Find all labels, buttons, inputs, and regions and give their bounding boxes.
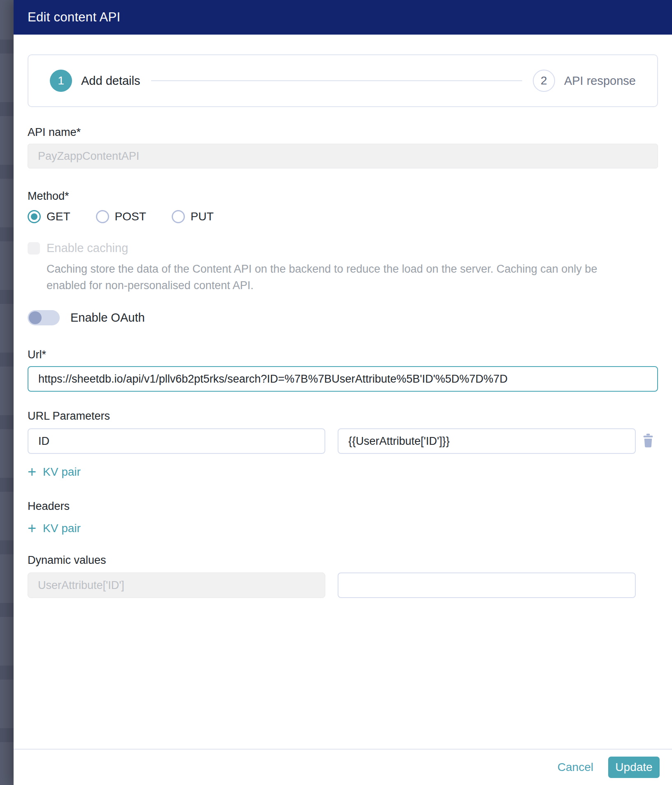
enable-caching-checkbox bbox=[28, 242, 40, 255]
url-parameter-value-input[interactable] bbox=[338, 428, 636, 454]
step-1-circle: 1 bbox=[50, 70, 72, 92]
oauth-toggle-knob[interactable] bbox=[29, 311, 42, 324]
enable-caching-label: Enable caching bbox=[47, 241, 128, 255]
cancel-button[interactable]: Cancel bbox=[558, 761, 593, 774]
step-api-response[interactable]: 2 API response bbox=[533, 70, 636, 92]
plus-icon: + bbox=[28, 522, 36, 535]
delete-parameter-button[interactable] bbox=[641, 433, 656, 449]
api-name-input bbox=[28, 144, 658, 168]
radio-selected-icon[interactable] bbox=[28, 210, 41, 223]
step-1-label: Add details bbox=[81, 74, 140, 88]
dynamic-value-value-input[interactable] bbox=[338, 572, 636, 598]
dynamic-value-row bbox=[28, 572, 658, 598]
oauth-toggle[interactable] bbox=[28, 310, 60, 325]
modal-header: Edit content API bbox=[14, 0, 672, 35]
step-2-circle: 2 bbox=[533, 70, 555, 92]
stepper-connector-line bbox=[151, 80, 522, 81]
modal-title: Edit content API bbox=[28, 10, 120, 25]
method-option-post-label: POST bbox=[115, 210, 146, 223]
api-name-label: API name* bbox=[28, 126, 658, 139]
method-option-put-label: PUT bbox=[191, 210, 214, 223]
modal-body: 1 Add details 2 API response API name* M… bbox=[14, 35, 672, 785]
method-label: Method* bbox=[28, 190, 658, 203]
url-parameter-row bbox=[28, 428, 658, 454]
method-option-post[interactable]: POST bbox=[96, 210, 146, 223]
stepper: 1 Add details 2 API response bbox=[28, 54, 658, 107]
enable-caching-row: Enable caching bbox=[28, 241, 658, 255]
url-parameter-key-input[interactable] bbox=[28, 428, 325, 454]
method-option-get[interactable]: GET bbox=[28, 210, 70, 223]
url-parameters-label: URL Parameters bbox=[28, 410, 658, 423]
add-kv-pair-label: KV pair bbox=[43, 465, 81, 479]
step-2-label: API response bbox=[564, 74, 636, 88]
headers-label: Headers bbox=[28, 500, 658, 513]
url-input[interactable] bbox=[28, 366, 658, 392]
radio-unselected-icon[interactable] bbox=[172, 210, 185, 223]
enable-oauth-row: Enable OAuth bbox=[28, 310, 658, 325]
enable-oauth-label: Enable OAuth bbox=[70, 311, 145, 325]
method-option-put[interactable]: PUT bbox=[172, 210, 214, 223]
dynamic-values-label: Dynamic values bbox=[28, 554, 658, 567]
caching-description: Caching store the data of the Content AP… bbox=[47, 261, 635, 294]
add-url-parameter-kv-pair[interactable]: + KV pair bbox=[28, 465, 81, 479]
edit-content-api-modal: Edit content API 1 Add details 2 API res… bbox=[14, 0, 672, 785]
step-add-details[interactable]: 1 Add details bbox=[50, 70, 140, 92]
radio-unselected-icon[interactable] bbox=[96, 210, 109, 223]
method-radio-group: GET POST PUT bbox=[28, 210, 658, 223]
add-header-kv-pair[interactable]: + KV pair bbox=[28, 522, 81, 535]
add-kv-pair-label: KV pair bbox=[43, 522, 81, 535]
dimmed-page-backdrop bbox=[0, 0, 14, 785]
modal-footer: Cancel Update bbox=[14, 749, 672, 785]
trash-icon bbox=[641, 444, 655, 450]
plus-icon: + bbox=[28, 466, 36, 478]
url-label: Url* bbox=[28, 348, 658, 361]
update-button[interactable]: Update bbox=[608, 757, 660, 778]
method-option-get-label: GET bbox=[47, 210, 70, 223]
dynamic-value-key-input bbox=[28, 572, 325, 598]
